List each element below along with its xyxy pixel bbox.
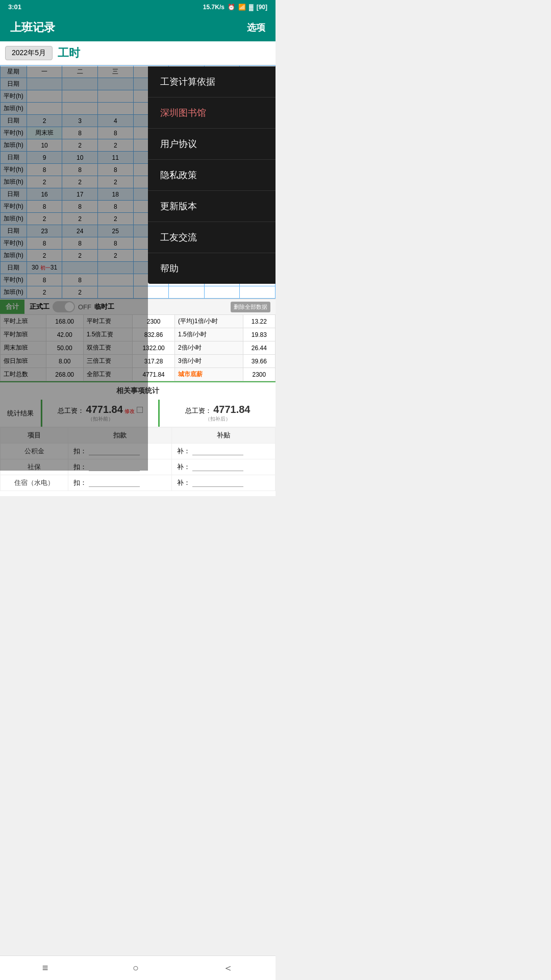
deduction-subsidy-field[interactable]: 补： xyxy=(172,459,276,475)
dropdown-item[interactable]: 隐私政策 xyxy=(148,160,276,191)
work-time-label: 工时 xyxy=(58,45,80,61)
wifi-icon: ▓ xyxy=(249,4,254,11)
deduction-table-row: 住宿（水电） 扣： 补： xyxy=(1,475,276,491)
dim-overlay[interactable] xyxy=(0,66,148,471)
signal-icon: 📶 xyxy=(238,4,246,11)
after-value: 4771.84 xyxy=(213,404,250,415)
stats-after-cell: 总工资： 4771.84 （扣补后） xyxy=(160,400,276,427)
app-bar: 上班记录 选项 xyxy=(0,14,276,41)
summary-rate-value: 2300 xyxy=(243,368,275,381)
dropdown-menu: 工资计算依据深圳图书馆用户协议隐私政策更新版本工友交流帮助 xyxy=(148,66,276,284)
summary-rate-value: 39.66 xyxy=(243,355,275,368)
deduction-subsidy-field[interactable]: 补： xyxy=(172,444,276,459)
dropdown-item[interactable]: 更新版本 xyxy=(148,191,276,222)
delete-all-button[interactable]: 删除全部数据 xyxy=(231,302,270,312)
status-right: 15.7K/s ⏰ 📶 ▓ [90] xyxy=(203,4,267,11)
network-speed: 15.7K/s xyxy=(203,4,224,11)
time-display: 3:01 xyxy=(8,3,21,11)
deduction-subsidy-field[interactable]: 补： xyxy=(172,475,276,491)
battery-icon: [90] xyxy=(257,4,267,11)
deduction-row-name: 住宿（水电） xyxy=(1,475,68,491)
deduction-col-subsidy: 补贴 xyxy=(172,428,276,444)
clock-icon: ⏰ xyxy=(228,4,235,11)
summary-rate-value: 26.44 xyxy=(243,341,275,355)
month-selector[interactable]: 2022年5月 xyxy=(5,46,53,60)
dropdown-item[interactable]: 帮助 xyxy=(148,253,276,284)
status-bar: 3:01 15.7K/s ⏰ 📶 ▓ [90] xyxy=(0,0,276,14)
dropdown-item[interactable]: 深圳图书馆 xyxy=(148,97,276,129)
dropdown-item[interactable]: 工资计算依据 xyxy=(148,66,276,97)
dropdown-item[interactable]: 工友交流 xyxy=(148,222,276,253)
options-button[interactable]: 选项 xyxy=(247,21,265,34)
summary-rate-label: 城市底薪 xyxy=(175,368,243,381)
after-label: 总工资： xyxy=(185,407,212,414)
after-total-label: 总工资： 4771.84 xyxy=(185,404,251,415)
month-header: 2022年5月 工时 xyxy=(0,41,276,65)
app-title: 上班记录 xyxy=(10,20,55,35)
summary-rate-label: 2倍/小时 xyxy=(175,341,243,355)
summary-rate-value: 13.22 xyxy=(243,315,275,328)
after-sub: （扣补后） xyxy=(205,415,231,423)
summary-rate-label: 1.5倍/小时 xyxy=(175,328,243,341)
dropdown-item[interactable]: 用户协议 xyxy=(148,129,276,160)
deduction-deduct-field[interactable]: 扣： xyxy=(68,475,172,491)
summary-rate-label: (平均)1倍/小时 xyxy=(175,315,243,328)
summary-rate-label: 3倍/小时 xyxy=(175,355,243,368)
summary-rate-value: 19.83 xyxy=(243,328,275,341)
